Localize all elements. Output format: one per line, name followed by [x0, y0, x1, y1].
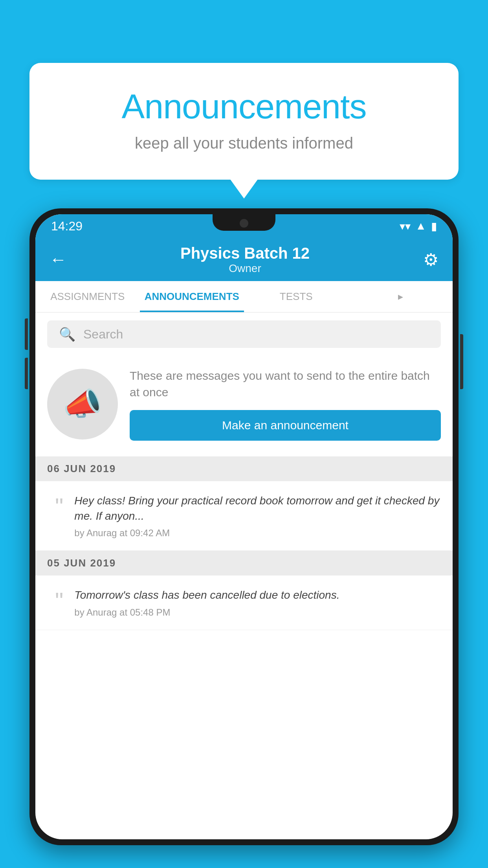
- back-button[interactable]: ←: [50, 250, 67, 269]
- phone-wrapper: 14:29 ▾▾ ▲ ▮ ← Physics Batch 12 Owner ⚙ …: [29, 208, 459, 868]
- phone-screen: 14:29 ▾▾ ▲ ▮ ← Physics Batch 12 Owner ⚙ …: [35, 214, 453, 839]
- tab-tests[interactable]: TESTS: [244, 281, 349, 312]
- tab-more[interactable]: ▸: [349, 281, 453, 312]
- wifi-icon: ▾▾: [400, 220, 411, 233]
- announcement-avatar: 📣: [47, 369, 118, 440]
- tab-assignments[interactable]: ASSIGNMENTS: [35, 281, 140, 312]
- date-label-2: 05 JUN 2019: [47, 557, 116, 569]
- power-button: [460, 334, 463, 389]
- app-header: ← Physics Batch 12 Owner ⚙: [35, 238, 453, 281]
- speech-bubble-title: Announcements: [49, 86, 439, 127]
- announcement-item-1[interactable]: " Hey class! Bring your practical record…: [35, 481, 453, 551]
- phone-frame: 14:29 ▾▾ ▲ ▮ ← Physics Batch 12 Owner ⚙ …: [29, 208, 459, 845]
- quote-icon-2: ": [55, 589, 63, 613]
- battery-icon: ▮: [431, 220, 437, 233]
- tab-bar: ASSIGNMENTS ANNOUNCEMENTS TESTS ▸: [35, 281, 453, 313]
- volume-down-button: [25, 358, 28, 389]
- announcement-item-2[interactable]: " Tomorrow's class has been cancelled du…: [35, 576, 453, 630]
- search-container: 🔍 Search: [35, 313, 453, 356]
- header-subtitle: Owner: [180, 262, 310, 275]
- header-title: Physics Batch 12: [180, 245, 310, 262]
- quote-icon-1: ": [55, 495, 63, 519]
- phone-notch: [213, 214, 275, 231]
- make-announcement-button[interactable]: Make an announcement: [130, 410, 441, 441]
- status-time: 14:29: [51, 219, 83, 234]
- megaphone-icon: 📣: [63, 386, 102, 423]
- announcement-content-2: Tomorrow's class has been cancelled due …: [74, 587, 441, 618]
- announcement-content-1: Hey class! Bring your practical record b…: [74, 493, 441, 539]
- announcement-meta-2: by Anurag at 05:48 PM: [74, 607, 441, 618]
- promo-description: These are messages you want to send to t…: [130, 368, 441, 401]
- signal-icon: ▲: [415, 220, 426, 232]
- status-icons: ▾▾ ▲ ▮: [400, 220, 437, 233]
- date-label-1: 06 JUN 2019: [47, 463, 116, 475]
- date-separator-2: 05 JUN 2019: [35, 551, 453, 576]
- search-box[interactable]: 🔍 Search: [47, 320, 441, 348]
- announcement-text-1: Hey class! Bring your practical record b…: [74, 493, 441, 524]
- header-center: Physics Batch 12 Owner: [180, 245, 310, 275]
- promo-card: 📣 These are messages you want to send to…: [35, 356, 453, 456]
- speech-bubble: Announcements keep all your students inf…: [29, 63, 459, 180]
- phone-camera: [240, 219, 248, 228]
- search-input[interactable]: Search: [83, 327, 123, 342]
- tab-announcements[interactable]: ANNOUNCEMENTS: [140, 281, 244, 312]
- promo-content: These are messages you want to send to t…: [130, 368, 441, 441]
- settings-icon[interactable]: ⚙: [423, 250, 438, 270]
- announcement-text-2: Tomorrow's class has been cancelled due …: [74, 587, 441, 603]
- date-separator-1: 06 JUN 2019: [35, 456, 453, 481]
- search-icon: 🔍: [59, 326, 75, 342]
- volume-up-button: [25, 318, 28, 350]
- speech-bubble-container: Announcements keep all your students inf…: [29, 63, 459, 180]
- announcement-meta-1: by Anurag at 09:42 AM: [74, 528, 441, 539]
- speech-bubble-subtitle: keep all your students informed: [49, 134, 439, 152]
